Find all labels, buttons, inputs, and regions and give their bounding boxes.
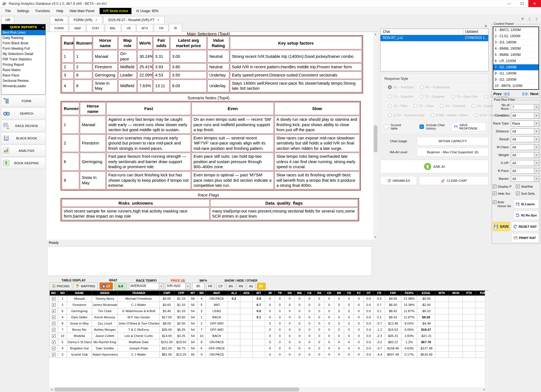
grid-column-no[interactable]: NO	[58, 291, 67, 295]
scored-table-checkbox[interactable]	[384, 124, 388, 129]
collapse-arrow-icon[interactable]: ▲	[42, 26, 44, 29]
check-stat-rat[interactable]: ✓Stat/Rat	[516, 185, 539, 188]
quick-report-sectional-review[interactable]: Sectional Review	[1, 78, 45, 84]
dropdown-arrow-icon[interactable]: ▼	[534, 137, 539, 142]
grid-column-fr[interactable]: FR	[374, 291, 385, 295]
menu-functions[interactable]: Functions	[32, 8, 53, 14]
checked-checkbox-icon[interactable]: ✓	[52, 353, 56, 356]
toggle-bf[interactable]: BF	[257, 283, 266, 290]
radio-r1-freestyle[interactable]: R1 – FreeStyle	[388, 85, 414, 89]
filter-select-result[interactable]: All▼	[511, 136, 539, 142]
radio-v3-technical[interactable]: V3 – Technical	[440, 104, 465, 108]
quick-report-winner-leader[interactable]: Winner&Leader	[1, 84, 45, 89]
price-source-select[interactable]: IVR-AVG▼	[166, 283, 190, 290]
checkbox-icon[interactable]: ✓	[516, 185, 520, 188]
scroll-tabs-right-icon[interactable]: ❯	[535, 17, 538, 21]
race-item-7[interactable]: 7 - G2, 1400M	[493, 64, 538, 71]
dropdown-arrow-icon[interactable]: ▼	[534, 121, 539, 126]
race-item-4[interactable]: 4 - BM88, 1900M	[493, 46, 538, 52]
subtab-tm[interactable]: TM	[154, 24, 168, 32]
grid-vertical-scrollbar[interactable]	[485, 291, 489, 387]
race-item-1[interactable]: 1 - BM72, 1300M	[493, 27, 538, 33]
filter-select-condition[interactable]: All▼	[511, 113, 539, 119]
checkbox-icon[interactable]: ✓	[516, 192, 520, 195]
tab-hr[interactable]: HR	[2, 16, 14, 23]
dropdown-arrow-icon[interactable]: ▼	[534, 104, 539, 110]
toggle-bn[interactable]: BN	[226, 283, 235, 290]
inc-cell[interactable]: ✓	[50, 295, 58, 302]
ly-button[interactable]: LY	[100, 282, 113, 290]
dropdown-arrow-icon[interactable]: ▼	[534, 144, 539, 150]
grid-column-ot[interactable]: OT	[364, 291, 374, 295]
tab-main[interactable]: MAIN	[50, 16, 68, 23]
dropdown-arrow-icon[interactable]: ▼	[534, 129, 539, 134]
sidebar-button-search[interactable]: SEARCH	[1, 108, 46, 119]
scroll-left-icon[interactable]: ◄	[49, 387, 54, 392]
inc-cell[interactable]: ✓	[50, 327, 58, 333]
dropdown-arrow-icon[interactable]: ▼	[534, 168, 539, 174]
grid-column-wt[interactable]: WT	[188, 291, 197, 295]
inc-cell[interactable]: ✓	[50, 345, 58, 351]
grid-column-frp[interactable]: FRP	[385, 291, 401, 295]
sidebar-button-book-keeping[interactable]: $BOOK KEEPING	[1, 157, 46, 169]
subtab-mtx[interactable]: MTX	[137, 24, 153, 32]
save-response-button[interactable]: SAVE RESPONSE	[451, 122, 486, 131]
inc-cell[interactable]: ✓	[50, 314, 58, 320]
grid-column-inc[interactable]: INC	[50, 291, 58, 295]
close-all-tabs-icon[interactable]: ✕	[521, 17, 524, 21]
grid-column-yd[interactable]: YD	[344, 291, 354, 295]
ivr-mode-badge[interactable]: IVR Mode Active	[100, 8, 131, 14]
sidebar-button-black-book[interactable]: BLACK BOOK	[1, 132, 46, 144]
inc-cell[interactable]: ✓	[50, 308, 58, 314]
race-tempo-select[interactable]: AVERAGE▼	[129, 283, 164, 290]
check-hide-scr[interactable]: ✓Hide Scr	[493, 192, 516, 195]
minimize-button[interactable]: —	[503, 0, 516, 7]
scroll-right-icon[interactable]: ►	[482, 387, 487, 392]
grid-column-cwp[interactable]: CWP	[160, 291, 174, 295]
checked-checkbox-icon[interactable]: ✓	[52, 316, 56, 319]
resync-button[interactable]: R) Re-Syn	[513, 211, 539, 220]
checked-checkbox-icon[interactable]: ✓	[52, 328, 56, 332]
subtab-map[interactable]: MAP	[69, 24, 86, 32]
grid-column-jr[interactable]: JR	[265, 291, 275, 295]
sidebar-button-analysis[interactable]: ANALYSIS	[1, 145, 46, 157]
close-tab-icon[interactable]: ✕	[157, 18, 160, 22]
chat-input[interactable]	[47, 246, 372, 276]
grid-column-ptk[interactable]: PTK	[463, 291, 476, 295]
filter-select-barrier[interactable]: All▼	[511, 176, 539, 182]
grid-column-br[interactable]: BR	[334, 291, 344, 295]
grid-column-cd[interactable]: CD	[324, 291, 334, 295]
race-item-2[interactable]: 2 - CLS2, 1500M	[493, 33, 538, 40]
grid-column-br[interactable]: BR	[197, 291, 206, 295]
checked-checkbox-icon[interactable]: ✓	[52, 303, 56, 307]
subtab-brl[interactable]: BRL	[105, 24, 121, 32]
dropdown-arrow-icon[interactable]: ▼	[159, 283, 164, 289]
quick-report-pir-track-statistics[interactable]: PIR Track Statistics	[1, 57, 45, 62]
tab-meeting[interactable]: 2025-09-27 - Rosehill (IVR)-FT✕	[103, 16, 164, 23]
quick-report-pricing-report[interactable]: Pricing Report	[1, 62, 45, 67]
quick-report-best-run-lines[interactable]: Best Run Lines	[1, 30, 45, 35]
close-tab-icon[interactable]: ✕	[95, 18, 98, 22]
grid-column-wun[interactable]: WUN	[449, 291, 463, 295]
checked-checkbox-icon[interactable]: ✓	[52, 334, 56, 338]
checked-checkbox-icon[interactable]: ✓	[52, 297, 56, 301]
grid-column-tr[interactable]: TR	[275, 291, 285, 295]
menu-help[interactable]: Help	[53, 8, 67, 14]
filter-select-r-pace[interactable]: All▼	[511, 168, 539, 174]
grid-column-wtk[interactable]: WTK	[435, 291, 449, 295]
quick-report-race-matrix[interactable]: Race Matrix	[1, 67, 45, 73]
scrollbar-thumb[interactable]	[374, 125, 377, 152]
filter-select-weight[interactable]: All▼	[511, 152, 539, 158]
report-scrollbar[interactable]: ▲ ▼	[373, 32, 378, 240]
inc-cell[interactable]: ✓	[50, 339, 58, 345]
subtab-ve[interactable]: VE	[122, 24, 136, 32]
filter-select-no-of-runs[interactable]: 7▼	[511, 104, 539, 110]
inc-cell[interactable]: ✓	[50, 351, 58, 358]
close-button[interactable]: ✕	[528, 0, 541, 7]
pricing-button[interactable]: $ PRICING	[49, 282, 72, 290]
print-ratings-button[interactable]: G PRINT RAT	[511, 233, 539, 242]
dropdown-arrow-icon[interactable]: ▼	[534, 113, 539, 118]
radio-v1-plain[interactable]: V1 – Plain	[388, 104, 407, 108]
menu-settings[interactable]: Settings	[14, 8, 32, 14]
sidebar-button-form[interactable]: FORM	[1, 95, 46, 107]
